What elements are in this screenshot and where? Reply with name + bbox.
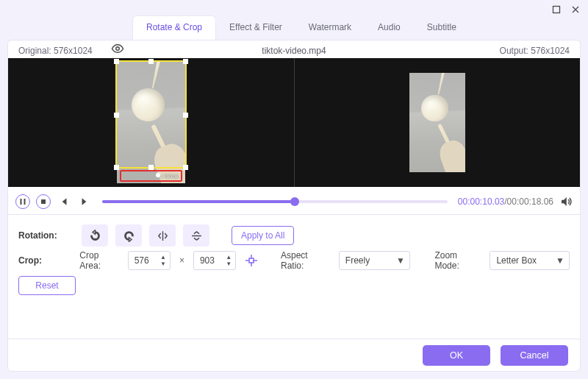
aspect-ratio-label: Aspect Ratio: bbox=[281, 250, 331, 271]
rotation-label: Rotation: bbox=[18, 230, 74, 241]
main-panel: Original: 576x1024 tiktok-video.mp4 Outp… bbox=[7, 40, 581, 372]
prev-frame-button[interactable] bbox=[57, 194, 71, 209]
flip-horizontal-button[interactable] bbox=[149, 224, 176, 247]
apply-to-all-button[interactable]: Apply to All bbox=[232, 226, 294, 245]
timeline-thumb[interactable] bbox=[290, 197, 299, 206]
width-up-icon[interactable]: ▲ bbox=[158, 254, 168, 261]
controls-area: Rotation: Apply to All Crop: Crop Ar bbox=[18, 223, 570, 295]
zoom-mode-select[interactable]: Letter Box ▼ bbox=[490, 251, 570, 270]
filename-label: tiktok-video.mp4 bbox=[8, 43, 580, 59]
rotation-row: Rotation: Apply to All bbox=[18, 223, 570, 248]
watermark-highlight: ♪ TikTok bbox=[120, 170, 182, 182]
tab-rotate-crop[interactable]: Rotate & Crop bbox=[132, 15, 216, 40]
crop-handle-br[interactable] bbox=[183, 165, 188, 170]
close-button[interactable] bbox=[570, 4, 581, 15]
pause-button[interactable] bbox=[15, 194, 30, 209]
stop-button[interactable] bbox=[36, 194, 51, 209]
crop-width-input[interactable] bbox=[133, 255, 157, 266]
volume-icon[interactable] bbox=[559, 195, 573, 208]
crop-handle-tr[interactable] bbox=[183, 59, 188, 64]
playback-bar: 00:00:10.03/00:00:18.06 bbox=[8, 191, 580, 213]
crop-row: Crop: Crop Area: ▲▼ × ▲▼ Aspect Ratio: F… bbox=[18, 248, 570, 273]
ok-button[interactable]: OK bbox=[423, 345, 490, 366]
tab-audio[interactable]: Audio bbox=[365, 16, 414, 40]
tab-subtitle[interactable]: Subtitle bbox=[414, 16, 470, 40]
watermark-text: ♪ TikTok bbox=[159, 174, 178, 179]
times-symbol: × bbox=[178, 255, 186, 266]
info-row: Original: 576x1024 tiktok-video.mp4 Outp… bbox=[8, 40, 580, 57]
output-frame bbox=[409, 73, 465, 172]
crop-rectangle[interactable] bbox=[115, 60, 187, 169]
reset-button[interactable]: Reset bbox=[18, 276, 76, 295]
footer: OK Cancel bbox=[8, 339, 580, 371]
crop-height-stepper[interactable]: ▲▼ bbox=[193, 251, 236, 270]
zoom-mode-value: Letter Box bbox=[496, 255, 537, 266]
rotate-ccw-button[interactable] bbox=[82, 224, 108, 247]
height-up-icon[interactable]: ▲ bbox=[223, 254, 234, 261]
crop-handle-rc[interactable] bbox=[183, 113, 188, 118]
source-preview[interactable]: ♪ TikTok bbox=[8, 58, 294, 187]
chevron-down-icon: ▼ bbox=[556, 255, 564, 266]
titlebar bbox=[0, 0, 588, 16]
height-down-icon[interactable]: ▼ bbox=[223, 261, 234, 267]
next-frame-button[interactable] bbox=[77, 194, 92, 209]
center-crop-icon[interactable] bbox=[243, 252, 259, 269]
timeline-slider[interactable] bbox=[102, 200, 448, 203]
crop-label: Crop: bbox=[18, 255, 72, 266]
svg-rect-0 bbox=[553, 6, 560, 13]
output-dimensions: Output: 576x1024 bbox=[500, 43, 570, 59]
duration-time: 00:00:18.06 bbox=[507, 196, 553, 207]
crop-handle-tl[interactable] bbox=[114, 59, 119, 64]
flip-vertical-button[interactable] bbox=[183, 224, 209, 247]
chevron-down-icon: ▼ bbox=[396, 255, 405, 266]
separator bbox=[8, 214, 580, 215]
current-time: 00:00:10.03 bbox=[458, 196, 504, 207]
video-preview-area: ♪ TikTok bbox=[8, 58, 580, 187]
crop-area-label: Crop Area: bbox=[79, 250, 120, 271]
tiktok-note-icon bbox=[156, 173, 160, 177]
crop-width-stepper[interactable]: ▲▼ bbox=[128, 251, 171, 270]
crop-height-input[interactable] bbox=[198, 255, 222, 266]
crop-handle-lc[interactable] bbox=[114, 113, 119, 118]
crop-handle-tc[interactable] bbox=[148, 59, 154, 64]
time-display: 00:00:10.03/00:00:18.06 bbox=[458, 196, 553, 207]
aspect-ratio-select[interactable]: Freely ▼ bbox=[339, 251, 410, 270]
tabs-bar: Rotate & Crop Effect & Filter Watermark … bbox=[0, 16, 588, 40]
crop-handle-bc[interactable] bbox=[148, 165, 154, 170]
zoom-mode-label: Zoom Mode: bbox=[434, 250, 482, 271]
output-preview[interactable] bbox=[295, 58, 581, 187]
crop-handle-bl[interactable] bbox=[114, 165, 119, 170]
maximize-button[interactable] bbox=[551, 4, 562, 15]
rotate-cw-button[interactable] bbox=[115, 224, 142, 247]
tab-watermark[interactable]: Watermark bbox=[295, 16, 365, 40]
tab-effect-filter[interactable]: Effect & Filter bbox=[216, 16, 295, 40]
timeline-progress bbox=[102, 200, 292, 203]
width-down-icon[interactable]: ▼ bbox=[158, 261, 168, 267]
aspect-ratio-value: Freely bbox=[345, 255, 370, 266]
cancel-button[interactable]: Cancel bbox=[501, 345, 568, 366]
svg-rect-2 bbox=[41, 199, 46, 204]
editor-window: Rotate & Crop Effect & Filter Watermark … bbox=[0, 0, 588, 379]
